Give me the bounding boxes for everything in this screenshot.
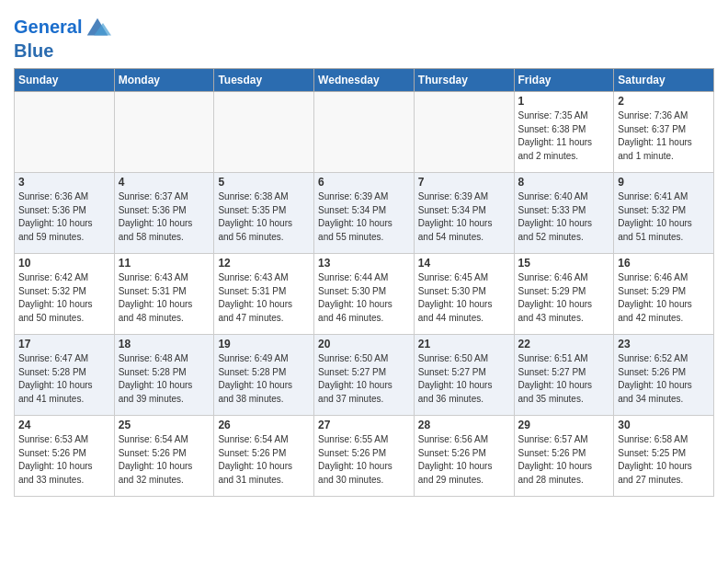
day-number: 26 bbox=[218, 419, 310, 431]
calendar-cell: 10Sunrise: 6:42 AMSunset: 5:32 PMDayligh… bbox=[15, 254, 115, 335]
calendar-cell: 17Sunrise: 6:47 AMSunset: 5:28 PMDayligh… bbox=[15, 335, 115, 416]
calendar-cell: 2Sunrise: 7:36 AMSunset: 6:37 PMDaylight… bbox=[614, 92, 714, 173]
weekday-header-monday: Monday bbox=[114, 69, 214, 92]
weekday-header-wednesday: Wednesday bbox=[314, 69, 415, 92]
logo-icon bbox=[84, 13, 111, 40]
calendar-cell: 19Sunrise: 6:49 AMSunset: 5:28 PMDayligh… bbox=[214, 335, 314, 416]
calendar-cell: 28Sunrise: 6:56 AMSunset: 5:26 PMDayligh… bbox=[414, 416, 514, 497]
calendar-cell: 4Sunrise: 6:37 AMSunset: 5:36 PMDaylight… bbox=[114, 173, 214, 254]
day-number: 20 bbox=[318, 338, 410, 350]
calendar-cell bbox=[114, 92, 214, 173]
day-number: 11 bbox=[119, 257, 210, 270]
weekday-header-sunday: Sunday bbox=[15, 69, 115, 92]
calendar-cell: 5Sunrise: 6:38 AMSunset: 5:35 PMDaylight… bbox=[214, 173, 314, 254]
day-info: Sunrise: 6:56 AMSunset: 5:26 PMDaylight:… bbox=[418, 433, 510, 487]
day-number: 8 bbox=[518, 176, 610, 189]
calendar-week-4: 24Sunrise: 6:53 AMSunset: 5:26 PMDayligh… bbox=[15, 416, 714, 497]
day-number: 29 bbox=[518, 419, 610, 431]
calendar-cell: 15Sunrise: 6:46 AMSunset: 5:29 PMDayligh… bbox=[514, 254, 614, 335]
calendar-cell bbox=[314, 92, 415, 173]
day-number: 2 bbox=[618, 95, 710, 108]
day-number: 12 bbox=[218, 257, 310, 270]
calendar-cell: 25Sunrise: 6:54 AMSunset: 5:26 PMDayligh… bbox=[114, 416, 214, 497]
calendar-cell: 22Sunrise: 6:51 AMSunset: 5:27 PMDayligh… bbox=[514, 335, 614, 416]
day-number: 19 bbox=[218, 338, 310, 350]
day-info: Sunrise: 7:35 AMSunset: 6:38 PMDaylight:… bbox=[518, 109, 610, 163]
day-info: Sunrise: 6:47 AMSunset: 5:28 PMDaylight:… bbox=[18, 352, 110, 406]
day-info: Sunrise: 6:50 AMSunset: 5:27 PMDaylight:… bbox=[418, 352, 510, 406]
day-info: Sunrise: 6:54 AMSunset: 5:26 PMDaylight:… bbox=[119, 433, 210, 487]
day-info: Sunrise: 7:36 AMSunset: 6:37 PMDaylight:… bbox=[618, 109, 710, 163]
day-info: Sunrise: 6:43 AMSunset: 5:31 PMDaylight:… bbox=[119, 271, 210, 325]
day-info: Sunrise: 6:50 AMSunset: 5:27 PMDaylight:… bbox=[318, 352, 410, 406]
day-number: 25 bbox=[119, 419, 210, 431]
logo-area: General Blue bbox=[14, 9, 111, 61]
day-number: 6 bbox=[318, 176, 410, 189]
day-number: 10 bbox=[18, 257, 110, 270]
day-number: 23 bbox=[618, 338, 710, 350]
day-info: Sunrise: 6:49 AMSunset: 5:28 PMDaylight:… bbox=[218, 352, 310, 406]
day-number: 15 bbox=[518, 257, 610, 270]
calendar-header-row: SundayMondayTuesdayWednesdayThursdayFrid… bbox=[15, 69, 714, 92]
calendar-week-1: 3Sunrise: 6:36 AMSunset: 5:36 PMDaylight… bbox=[15, 173, 714, 254]
day-number: 30 bbox=[618, 419, 710, 431]
day-number: 24 bbox=[18, 419, 110, 431]
day-info: Sunrise: 6:39 AMSunset: 5:34 PMDaylight:… bbox=[418, 190, 510, 244]
day-info: Sunrise: 6:48 AMSunset: 5:28 PMDaylight:… bbox=[119, 352, 210, 406]
calendar-cell: 18Sunrise: 6:48 AMSunset: 5:28 PMDayligh… bbox=[114, 335, 214, 416]
calendar-cell: 12Sunrise: 6:43 AMSunset: 5:31 PMDayligh… bbox=[214, 254, 314, 335]
day-info: Sunrise: 6:44 AMSunset: 5:30 PMDaylight:… bbox=[318, 271, 410, 325]
logo-general: General bbox=[14, 17, 82, 37]
calendar-cell: 14Sunrise: 6:45 AMSunset: 5:30 PMDayligh… bbox=[414, 254, 514, 335]
calendar-week-3: 17Sunrise: 6:47 AMSunset: 5:28 PMDayligh… bbox=[15, 335, 714, 416]
logo-blue: Blue bbox=[14, 40, 53, 61]
calendar-cell: 24Sunrise: 6:53 AMSunset: 5:26 PMDayligh… bbox=[15, 416, 115, 497]
day-info: Sunrise: 6:36 AMSunset: 5:36 PMDaylight:… bbox=[18, 190, 110, 244]
day-info: Sunrise: 6:46 AMSunset: 5:29 PMDaylight:… bbox=[618, 271, 710, 325]
weekday-header-tuesday: Tuesday bbox=[214, 69, 314, 92]
calendar-cell: 16Sunrise: 6:46 AMSunset: 5:29 PMDayligh… bbox=[614, 254, 714, 335]
day-number: 16 bbox=[618, 257, 710, 270]
day-number: 5 bbox=[218, 176, 310, 189]
day-number: 4 bbox=[119, 176, 210, 189]
day-info: Sunrise: 6:58 AMSunset: 5:25 PMDaylight:… bbox=[618, 433, 710, 487]
page: General Blue SundayMondayTuesdayWednesda… bbox=[0, 0, 728, 511]
calendar-cell: 13Sunrise: 6:44 AMSunset: 5:30 PMDayligh… bbox=[314, 254, 415, 335]
day-number: 1 bbox=[518, 95, 610, 108]
weekday-header-friday: Friday bbox=[514, 69, 614, 92]
day-info: Sunrise: 6:43 AMSunset: 5:31 PMDaylight:… bbox=[218, 271, 310, 325]
day-info: Sunrise: 6:38 AMSunset: 5:35 PMDaylight:… bbox=[218, 190, 310, 244]
calendar-cell: 20Sunrise: 6:50 AMSunset: 5:27 PMDayligh… bbox=[314, 335, 415, 416]
calendar-cell: 29Sunrise: 6:57 AMSunset: 5:26 PMDayligh… bbox=[514, 416, 614, 497]
day-info: Sunrise: 6:45 AMSunset: 5:30 PMDaylight:… bbox=[418, 271, 510, 325]
calendar-cell: 6Sunrise: 6:39 AMSunset: 5:34 PMDaylight… bbox=[314, 173, 415, 254]
day-number: 22 bbox=[518, 338, 610, 350]
day-info: Sunrise: 6:53 AMSunset: 5:26 PMDaylight:… bbox=[18, 433, 110, 487]
weekday-header-thursday: Thursday bbox=[414, 69, 514, 92]
header: General Blue bbox=[14, 9, 714, 61]
weekday-header-saturday: Saturday bbox=[614, 69, 714, 92]
day-info: Sunrise: 6:54 AMSunset: 5:26 PMDaylight:… bbox=[218, 433, 310, 487]
calendar-cell: 7Sunrise: 6:39 AMSunset: 5:34 PMDaylight… bbox=[414, 173, 514, 254]
day-info: Sunrise: 6:52 AMSunset: 5:26 PMDaylight:… bbox=[618, 352, 710, 406]
day-info: Sunrise: 6:51 AMSunset: 5:27 PMDaylight:… bbox=[518, 352, 610, 406]
day-number: 13 bbox=[318, 257, 410, 270]
calendar-cell: 1Sunrise: 7:35 AMSunset: 6:38 PMDaylight… bbox=[514, 92, 614, 173]
calendar-cell bbox=[15, 92, 115, 173]
calendar-cell: 3Sunrise: 6:36 AMSunset: 5:36 PMDaylight… bbox=[15, 173, 115, 254]
day-number: 9 bbox=[618, 176, 710, 189]
day-info: Sunrise: 6:57 AMSunset: 5:26 PMDaylight:… bbox=[518, 433, 610, 487]
day-info: Sunrise: 6:41 AMSunset: 5:32 PMDaylight:… bbox=[618, 190, 710, 244]
calendar-week-0: 1Sunrise: 7:35 AMSunset: 6:38 PMDaylight… bbox=[15, 92, 714, 173]
logo-text: General bbox=[14, 17, 82, 37]
calendar-table: SundayMondayTuesdayWednesdayThursdayFrid… bbox=[14, 68, 714, 497]
calendar-cell: 27Sunrise: 6:55 AMSunset: 5:26 PMDayligh… bbox=[314, 416, 415, 497]
day-info: Sunrise: 6:40 AMSunset: 5:33 PMDaylight:… bbox=[518, 190, 610, 244]
day-number: 18 bbox=[119, 338, 210, 350]
calendar-cell: 8Sunrise: 6:40 AMSunset: 5:33 PMDaylight… bbox=[514, 173, 614, 254]
calendar-week-2: 10Sunrise: 6:42 AMSunset: 5:32 PMDayligh… bbox=[15, 254, 714, 335]
day-info: Sunrise: 6:55 AMSunset: 5:26 PMDaylight:… bbox=[318, 433, 410, 487]
day-number: 28 bbox=[418, 419, 510, 431]
day-info: Sunrise: 6:46 AMSunset: 5:29 PMDaylight:… bbox=[518, 271, 610, 325]
calendar-cell bbox=[214, 92, 314, 173]
